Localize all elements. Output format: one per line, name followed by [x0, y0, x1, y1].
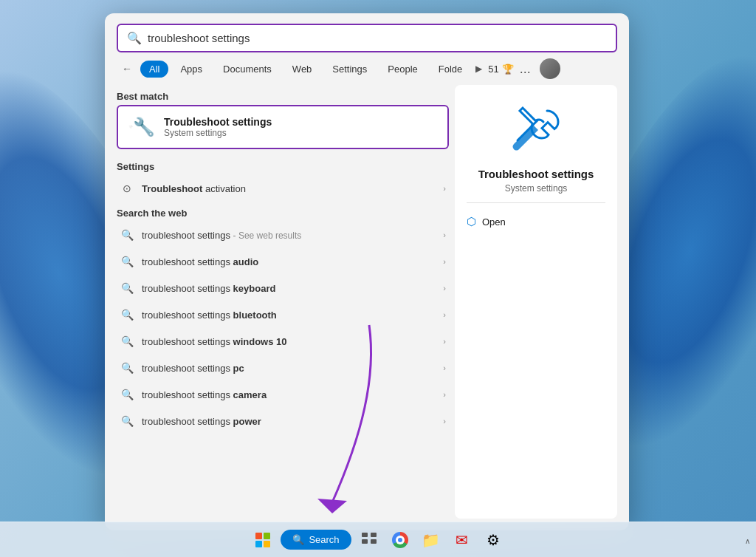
- taskbar-settings-icon[interactable]: ⚙: [480, 527, 506, 553]
- chevron-right-icon-web-1: ›: [443, 257, 446, 266]
- web-section-label: Search the web: [117, 202, 449, 222]
- right-panel-divider: [467, 202, 605, 203]
- chevron-right-icon-web-4: ›: [443, 337, 446, 346]
- open-icon: ⬡: [467, 215, 476, 228]
- windows-start-button[interactable]: [250, 527, 276, 553]
- chevron-right-icon-web-5: ›: [443, 363, 446, 372]
- search-icon-7: 🔍: [120, 414, 134, 428]
- troubleshoot-icon: 🔧: [128, 114, 155, 140]
- tab-people[interactable]: People: [379, 61, 426, 78]
- web-result-item-1[interactable]: 🔍 troubleshoot settings audio ›: [117, 248, 449, 275]
- open-label: Open: [482, 216, 506, 228]
- search-input-area: 🔍 troubleshoot settings: [105, 13, 629, 52]
- best-match-title: Troubleshoot settings: [164, 116, 272, 128]
- svg-rect-4: [371, 539, 377, 544]
- tab-documents[interactable]: Documents: [214, 61, 281, 78]
- settings-section-label: Settings: [117, 155, 449, 175]
- search-magnifier-icon: 🔍: [127, 31, 142, 45]
- filter-tabs: ← All Apps Documents Web Settings People…: [105, 52, 629, 79]
- main-content: Best match 🔧 Troubleshoot settings Syste…: [105, 79, 629, 530]
- search-input-wrapper: 🔍 troubleshoot settings: [117, 24, 617, 52]
- chevron-right-icon-web-7: ›: [443, 417, 446, 426]
- search-panel: 🔍 troubleshoot settings ← All Apps Docum…: [105, 13, 629, 530]
- taskbar-search-icon: 🔍: [292, 534, 304, 545]
- best-match-label: Best match: [117, 85, 449, 105]
- taskbar-search-button[interactable]: 🔍 Search: [281, 530, 351, 550]
- settings-result-item-0[interactable]: ⊙ Troubleshoot activation ›: [117, 175, 449, 202]
- search-icon-4: 🔍: [120, 334, 134, 349]
- search-icon-3: 🔍: [120, 307, 134, 322]
- circle-icon: ⊙: [120, 181, 134, 196]
- taskbar-chrome-icon[interactable]: [387, 527, 413, 553]
- web-item-text-5: troubleshoot settings pc: [142, 363, 436, 374]
- tab-back-button[interactable]: ←: [117, 58, 137, 79]
- tab-trophy-icon: 🏆: [502, 64, 514, 75]
- best-match-text: Troubleshoot settings System settings: [164, 116, 272, 138]
- open-action[interactable]: ⬡ Open: [467, 212, 605, 231]
- search-icon-0: 🔍: [120, 228, 134, 242]
- web-result-item-5[interactable]: 🔍 troubleshoot settings pc ›: [117, 355, 449, 381]
- web-item-text-0: troubleshoot settings - See web results: [142, 230, 436, 241]
- web-result-item-3[interactable]: 🔍 troubleshoot settings bluetooth ›: [117, 301, 449, 328]
- web-result-item-0[interactable]: 🔍 troubleshoot settings - See web result…: [117, 222, 449, 248]
- search-icon-6: 🔍: [120, 387, 134, 402]
- taskbar-task-view-button[interactable]: [356, 527, 382, 553]
- user-avatar[interactable]: [540, 58, 560, 79]
- best-match-item[interactable]: 🔧 Troubleshoot settings System settings: [117, 105, 449, 149]
- tab-play-icon[interactable]: ▶: [475, 64, 482, 74]
- web-item-text-4: troubleshoot settings windows 10: [142, 336, 436, 347]
- tab-settings[interactable]: Settings: [323, 61, 376, 78]
- web-result-item-7[interactable]: 🔍 troubleshoot settings power ›: [117, 408, 449, 434]
- web-result-item-6[interactable]: 🔍 troubleshoot settings camera ›: [117, 381, 449, 408]
- web-item-text-2: troubleshoot settings keyboard: [142, 283, 436, 294]
- svg-rect-3: [362, 539, 368, 544]
- svg-rect-1: [362, 533, 368, 537]
- tab-web[interactable]: Web: [284, 61, 321, 78]
- taskbar-search-label: Search: [309, 534, 339, 545]
- right-panel-wrench-icon: [506, 100, 566, 159]
- tab-more-button[interactable]: ...: [517, 61, 534, 77]
- right-panel-subtitle: System settings: [505, 183, 568, 194]
- search-icon-1: 🔍: [120, 254, 134, 269]
- taskbar: 🔍 Search 📁 ✉ ⚙ ∧: [0, 522, 756, 557]
- svg-rect-2: [371, 533, 377, 537]
- left-panel: Best match 🔧 Troubleshoot settings Syste…: [117, 85, 449, 519]
- taskbar-file-explorer-icon[interactable]: 📁: [418, 527, 444, 553]
- web-result-item-4[interactable]: 🔍 troubleshoot settings windows 10 ›: [117, 328, 449, 355]
- chevron-right-icon-web-6: ›: [443, 390, 446, 399]
- right-panel: Troubleshoot settings System settings ⬡ …: [455, 85, 617, 519]
- chevron-right-icon-web-0: ›: [443, 230, 446, 239]
- search-input[interactable]: troubleshoot settings: [148, 32, 607, 44]
- right-panel-title: Troubleshoot settings: [478, 168, 594, 180]
- tab-apps[interactable]: Apps: [171, 61, 211, 78]
- taskbar-email-icon[interactable]: ✉: [449, 527, 475, 553]
- chevron-right-icon-web-2: ›: [443, 284, 446, 293]
- best-match-subtitle: System settings: [164, 128, 272, 138]
- web-result-item-2[interactable]: 🔍 troubleshoot settings keyboard ›: [117, 275, 449, 301]
- chevron-right-icon-web-3: ›: [443, 310, 446, 319]
- web-item-text-6: troubleshoot settings camera: [142, 389, 436, 400]
- taskbar-show-desktop-chevron[interactable]: ∧: [745, 537, 750, 545]
- settings-item-text-0: Troubleshoot activation: [142, 183, 436, 194]
- web-item-text-1: troubleshoot settings audio: [142, 256, 436, 267]
- tab-all[interactable]: All: [140, 61, 168, 78]
- tab-folders[interactable]: Folde: [430, 61, 472, 78]
- tab-count: 51: [488, 64, 498, 75]
- search-icon-5: 🔍: [120, 360, 134, 375]
- web-item-text-7: troubleshoot settings power: [142, 416, 436, 427]
- chevron-right-icon-0: ›: [443, 184, 446, 193]
- web-item-text-3: troubleshoot settings bluetooth: [142, 310, 436, 321]
- search-icon-2: 🔍: [120, 281, 134, 295]
